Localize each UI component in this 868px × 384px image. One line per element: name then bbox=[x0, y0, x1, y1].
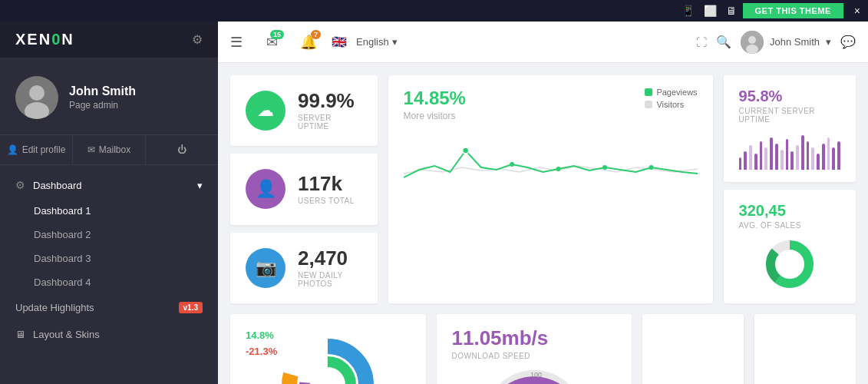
legend-pageviews: Pageviews bbox=[645, 88, 697, 97]
photos-icon: 📷 bbox=[246, 248, 285, 288]
header-username: John Smith bbox=[770, 36, 820, 48]
svg-point-9 bbox=[602, 165, 607, 170]
uptime-icon: ☁ bbox=[246, 91, 285, 131]
sales-card: 320,45 AVG. OF SALES bbox=[724, 190, 856, 303]
sidebar-header: XEN0N ⚙ bbox=[0, 22, 218, 58]
legend-pageviews-label: Pageviews bbox=[656, 88, 697, 97]
big-donut-svg bbox=[266, 331, 389, 384]
sales-label: AVG. OF SALES bbox=[739, 221, 840, 230]
right-cards: 95.8% CURRENT SERVER UPTIME 320,45 AVG. … bbox=[724, 75, 856, 303]
server-uptime-value: 95.8% bbox=[739, 88, 840, 105]
speed-label: DOWNLOAD SPEED bbox=[452, 352, 617, 360]
edit-label: Edit profile bbox=[22, 144, 66, 155]
chevron-down-icon: ▾ bbox=[197, 180, 203, 191]
dashboard-label: Dashboard bbox=[33, 180, 82, 191]
desktop-icon[interactable]: 🖥 bbox=[726, 5, 737, 17]
donut-negative-value: -21.3% bbox=[246, 346, 277, 357]
version-badge: v1.3 bbox=[179, 302, 203, 313]
chat-icon[interactable]: 💬 bbox=[840, 35, 856, 49]
stat-card-photos: 📷 2,470 NEW DAILY PHOTOS bbox=[230, 233, 378, 303]
bar-item bbox=[770, 137, 773, 170]
user-section: John Smith Page admin bbox=[0, 58, 218, 135]
bell-badge: 7 bbox=[311, 30, 321, 39]
bar-item bbox=[775, 144, 778, 170]
bar-item bbox=[764, 147, 767, 170]
logo-o: 0 bbox=[51, 31, 61, 48]
sidebar: XEN0N ⚙ John Smith Page admin 👤 Edit pro… bbox=[0, 22, 218, 384]
photos-value: 2,470 bbox=[298, 248, 362, 268]
bar-item bbox=[822, 144, 825, 170]
dashboard-icon: ⚙ bbox=[15, 179, 25, 191]
expand-icon[interactable]: ⛶ bbox=[696, 36, 707, 48]
top-bar: 📱 ⬜ 🖥 GET THIS THEME × bbox=[0, 0, 868, 22]
nav-item-dashboard[interactable]: ⚙ Dashboard ▾ bbox=[0, 171, 218, 199]
tablet-icon[interactable]: ⬜ bbox=[704, 5, 717, 17]
user-menu[interactable]: John Smith ▾ bbox=[741, 31, 831, 54]
bottom-row: 14.8% -21.3% bbox=[230, 314, 856, 384]
svg-point-1 bbox=[29, 85, 45, 101]
get-theme-button[interactable]: GET THIS THEME bbox=[743, 3, 843, 18]
users-value: 117k bbox=[298, 174, 355, 194]
sidebar-item-dashboard1[interactable]: Dashboard 1 bbox=[0, 199, 218, 223]
hamburger-icon[interactable]: ☰ bbox=[230, 34, 243, 51]
email-button[interactable]: ✉ 15 bbox=[258, 28, 285, 56]
gauge-svg: 50 100 150 bbox=[473, 366, 596, 384]
line-chart-svg bbox=[404, 127, 698, 189]
speed-value: 11.05mb/s bbox=[452, 326, 617, 350]
sidebar-item-dashboard2[interactable]: Dashboard 2 bbox=[0, 223, 218, 247]
email-badge: 15 bbox=[270, 30, 284, 39]
nav-item-layout[interactable]: 🖥 Layout & Skins bbox=[0, 321, 218, 348]
updates-label: Update Highlights bbox=[15, 302, 94, 313]
server-uptime-label: CURRENT SERVER UPTIME bbox=[739, 107, 840, 124]
svg-point-18 bbox=[305, 362, 351, 384]
language-label: English bbox=[356, 36, 389, 48]
users-icon: 👤 bbox=[246, 169, 285, 209]
bar-item bbox=[807, 141, 810, 170]
uptime-value: 99.9% bbox=[298, 91, 362, 111]
visitors-sub-label: More visitors bbox=[404, 111, 466, 121]
sidebar-item-dashboard3[interactable]: Dashboard 3 bbox=[0, 247, 218, 270]
flag-icon: 🇬🇧 bbox=[332, 35, 347, 49]
speed-card: 11.05mb/s DOWNLOAD SPEED 50 bbox=[437, 314, 632, 384]
top-widget-row: ☁ 99.9% SERVER UPTIME 👤 117k USERS TOTAL bbox=[230, 75, 856, 303]
bar-item bbox=[832, 147, 835, 170]
nav-item-updates[interactable]: Update Highlights v1.3 bbox=[0, 294, 218, 321]
edit-icon: 👤 bbox=[7, 144, 18, 155]
header: ☰ ✉ 15 🔔 7 🇬🇧 English ▾ ⛶ 🔍 bbox=[218, 22, 868, 63]
stat-card-users: 👤 117k USERS TOTAL bbox=[230, 154, 378, 224]
donut-card: 14.8% -21.3% bbox=[230, 314, 426, 384]
nav-left-layout: 🖥 Layout & Skins bbox=[15, 329, 100, 340]
svg-point-10 bbox=[649, 165, 653, 170]
power-button[interactable]: ⏻ bbox=[146, 135, 218, 164]
bar-item bbox=[744, 151, 747, 170]
legend-visitors-label: Visitors bbox=[656, 100, 684, 109]
bell-button[interactable]: 🔔 7 bbox=[295, 28, 322, 56]
search-icon[interactable]: 🔍 bbox=[716, 35, 731, 49]
settings-icon[interactable]: ⚙ bbox=[192, 32, 203, 47]
svg-point-6 bbox=[462, 147, 468, 154]
chart-legend: Pageviews Visitors bbox=[645, 88, 697, 109]
avatar bbox=[15, 76, 58, 119]
bar-item bbox=[801, 135, 804, 170]
close-button[interactable]: × bbox=[854, 5, 860, 17]
main-layout: XEN0N ⚙ John Smith Page admin 👤 Edit pro… bbox=[0, 22, 868, 384]
mailbox-label: Mailbox bbox=[99, 144, 130, 155]
user-info: John Smith Page admin bbox=[69, 84, 136, 111]
bar-item bbox=[827, 137, 830, 170]
visitor-chart-card: 14.85% More visitors Pageviews Visitors bbox=[388, 75, 713, 303]
language-selector[interactable]: English ▾ bbox=[356, 36, 398, 48]
donut-labels: 14.8% -21.3% bbox=[246, 329, 277, 357]
bar-item bbox=[837, 141, 840, 170]
logo: XEN0N bbox=[15, 31, 74, 48]
mailbox-button[interactable]: ✉ Mailbox bbox=[73, 135, 146, 164]
donut-chart-svg bbox=[763, 237, 817, 291]
bar-item bbox=[739, 157, 742, 170]
sidebar-item-dashboard4[interactable]: Dashboard 4 bbox=[0, 270, 218, 294]
user-chevron-icon: ▾ bbox=[826, 36, 831, 48]
edit-profile-button[interactable]: 👤 Edit profile bbox=[0, 135, 73, 164]
nav-section: ⚙ Dashboard ▾ Dashboard 1 Dashboard 2 Da… bbox=[0, 165, 218, 354]
stat-card-uptime: ☁ 99.9% SERVER UPTIME bbox=[230, 75, 378, 146]
visitors-main-value: 14.85% bbox=[404, 88, 466, 109]
legend-visitors: Visitors bbox=[645, 100, 697, 109]
mobile-icon[interactable]: 📱 bbox=[682, 5, 695, 17]
